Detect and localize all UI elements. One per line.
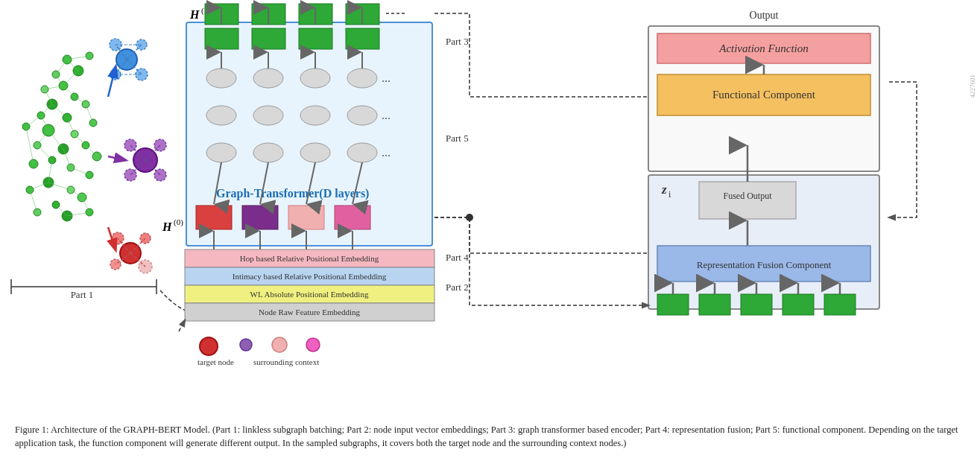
svg-rect-137: [335, 206, 370, 229]
svg-point-10: [63, 113, 72, 122]
svg-line-52: [86, 145, 97, 156]
svg-point-14: [22, 123, 30, 130]
svg-point-126: [300, 106, 330, 125]
svg-rect-134: [196, 206, 232, 229]
input-graph-nodes: [22, 52, 101, 221]
svg-point-115: [206, 69, 236, 88]
svg-line-55: [30, 182, 48, 190]
svg-line-53: [48, 160, 52, 182]
svg-point-75: [133, 148, 157, 172]
svg-line-138: [214, 162, 221, 204]
red-subgraph: [110, 232, 152, 273]
svg-rect-169: [657, 74, 870, 115]
svg-point-15: [34, 141, 41, 149]
svg-line-39: [75, 97, 86, 104]
svg-line-80: [130, 145, 145, 160]
svg-line-58: [30, 190, 37, 212]
svg-point-2: [73, 66, 83, 76]
svg-point-79: [154, 169, 166, 181]
svg-point-22: [86, 171, 93, 179]
svg-text:WL Absolute Positional Embeddi: WL Absolute Positional Embedding: [250, 290, 369, 299]
svg-text:Output: Output: [750, 10, 779, 21]
svg-line-59: [56, 205, 67, 216]
svg-text:...: ...: [382, 71, 391, 84]
svg-point-124: [206, 106, 236, 125]
svg-point-27: [52, 201, 60, 209]
svg-line-82: [130, 160, 145, 175]
svg-point-78: [124, 169, 136, 181]
svg-point-21: [29, 159, 38, 168]
svg-line-42: [86, 104, 93, 123]
svg-line-81: [145, 145, 160, 160]
svg-text:Part 5: Part 5: [446, 133, 469, 144]
svg-rect-179: [657, 246, 870, 282]
svg-point-62: [116, 49, 137, 70]
svg-text:Part 1: Part 1: [71, 289, 94, 300]
svg-point-129: [206, 143, 236, 162]
svg-line-139: [260, 162, 268, 204]
svg-line-61: [67, 212, 89, 216]
svg-point-84: [120, 243, 141, 264]
svg-text:Node Raw Feature Embedding: Node Raw Feature Embedding: [259, 308, 360, 317]
svg-point-125: [253, 106, 283, 125]
svg-line-41: [52, 104, 67, 118]
svg-point-16: [58, 144, 69, 154]
svg-point-155: [240, 339, 252, 351]
svg-point-20: [67, 164, 75, 171]
svg-point-164: [466, 214, 473, 221]
svg-point-13: [71, 130, 78, 138]
svg-rect-103: [252, 4, 285, 25]
svg-line-54: [71, 168, 89, 175]
svg-line-40: [41, 104, 52, 115]
svg-line-60: [82, 197, 89, 212]
svg-point-64: [136, 39, 147, 50]
svg-line-36: [45, 86, 63, 89]
svg-point-131: [300, 143, 330, 162]
svg-point-127: [347, 106, 377, 125]
svg-line-47: [48, 130, 63, 149]
svg-point-9: [37, 112, 45, 119]
svg-point-12: [42, 124, 54, 136]
svg-text:surrounding context: surrounding context: [253, 357, 319, 366]
svg-line-46: [37, 130, 48, 145]
svg-line-34: [56, 74, 63, 86]
svg-point-85: [112, 232, 124, 244]
svg-point-19: [48, 156, 56, 164]
svg-point-30: [86, 209, 93, 216]
svg-text:Part 2: Part 2: [446, 282, 469, 293]
svg-point-28: [34, 209, 41, 216]
svg-rect-107: [205, 28, 238, 49]
svg-rect-96: [186, 22, 432, 246]
svg-point-4: [59, 81, 68, 90]
svg-line-50: [37, 145, 52, 160]
svg-rect-167: [657, 34, 870, 63]
svg-rect-104: [299, 4, 332, 25]
svg-line-57: [71, 190, 82, 197]
svg-point-77: [154, 139, 166, 151]
svg-rect-108: [252, 28, 285, 49]
svg-point-3: [86, 52, 93, 60]
svg-line-45: [67, 118, 75, 134]
svg-text:i: i: [668, 189, 671, 200]
svg-point-1: [52, 71, 60, 78]
svg-line-51: [63, 149, 71, 168]
svg-line-140: [306, 162, 315, 204]
svg-point-29: [62, 211, 72, 221]
svg-rect-182: [699, 294, 730, 315]
svg-text:Part 3: Part 3: [446, 36, 469, 47]
svg-rect-146: [185, 285, 434, 303]
svg-point-116: [253, 69, 283, 88]
svg-text:Graph-Transformer(D layers): Graph-Transformer(D layers): [216, 187, 369, 200]
svg-rect-172: [648, 175, 879, 309]
caption-text: Figure 1: Architecture of the GRAPH-BERT…: [15, 424, 958, 449]
svg-text:...: ...: [382, 109, 391, 121]
svg-text:H: H: [189, 8, 200, 21]
svg-point-132: [347, 143, 377, 162]
svg-point-86: [140, 233, 151, 244]
svg-line-141: [353, 162, 362, 204]
svg-text:Activation Function: Activation Function: [718, 42, 809, 54]
blue-subgraph: [110, 39, 148, 80]
svg-point-87: [110, 259, 121, 270]
svg-point-0: [63, 55, 72, 64]
main-container: H (D) H (0) Graph-Transformer(D layers): [0, 0, 980, 458]
